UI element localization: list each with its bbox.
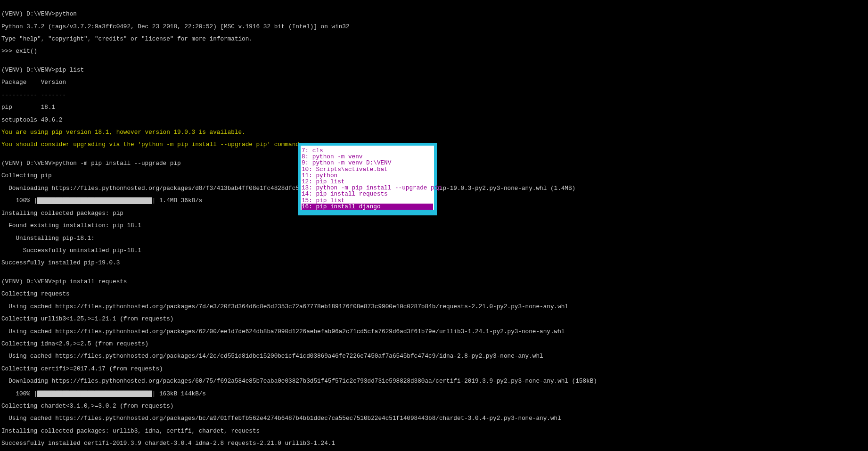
output-line: (VENV) D:\VENV>pip list (1, 67, 868, 73)
output-line: Python 3.7.2 (tags/v3.7.2:9a3ffc0492, De… (1, 24, 868, 30)
progress-bar: ████████████████████████████████ (37, 391, 152, 397)
output-line: Collecting urllib3<1.25,>=1.21.1 (from r… (1, 316, 868, 322)
terminal-output[interactable]: (VENV) D:\VENV>python Python 3.7.2 (tags… (0, 0, 868, 451)
output-line: Collecting certifi>=2017.4.17 (from requ… (1, 366, 868, 372)
output-line: Successfully installed certifi-2019.3.9 … (1, 440, 868, 446)
output-line: Successfully installed pip-19.0.3 (1, 260, 868, 266)
progress-bar: ████████████████████████████████ (37, 197, 152, 204)
output-line: Collecting requests (1, 291, 868, 297)
output-line: Installing collected packages: urllib3, … (1, 428, 868, 434)
output-line: Uninstalling pip-18.1: (1, 235, 868, 241)
warning-line: You are using pip version 18.1, however … (1, 129, 868, 135)
output-line: Collecting idna<2.9,>=2.5 (from requests… (1, 341, 868, 347)
command-history-popup[interactable]: 7: cls 8: python -m venv 9: python -m ve… (298, 143, 437, 215)
output-line: Using cached https://files.pythonhosted.… (1, 328, 868, 335)
history-item-selected[interactable]: 16: pip install django (302, 204, 433, 210)
history-item[interactable]: 14: pip install requests (302, 191, 433, 197)
output-line: (VENV) D:\VENV>python (1, 11, 868, 17)
output-line: Found existing installation: pip 18.1 (1, 222, 868, 229)
progress-line: 100% |████████████████████████████████| … (1, 391, 868, 397)
history-item[interactable]: 10: Scripts\activate.bat (302, 166, 433, 172)
output-line: Package Version (1, 79, 868, 85)
output-line: Using cached https://files.pythonhosted.… (1, 415, 868, 421)
output-line: ---------- ------- (1, 92, 868, 98)
history-item[interactable]: 9: python -m venv D:\VENV (302, 160, 433, 166)
output-line: Using cached https://files.pythonhosted.… (1, 353, 868, 359)
output-line: Collecting chardet<3.1.0,>=3.0.2 (from r… (1, 403, 868, 409)
output-line: >>> exit() (1, 48, 868, 54)
output-line: setuptools 40.6.2 (1, 117, 868, 123)
output-line: Using cached https://files.pythonhosted.… (1, 303, 868, 310)
history-item[interactable]: 15: pip list (302, 197, 433, 204)
output-line: Successfully uninstalled pip-18.1 (1, 247, 868, 254)
output-line: Downloading https://files.pythonhosted.o… (1, 378, 868, 384)
output-line: (VENV) D:\VENV>pip install requests (1, 279, 868, 285)
output-line: pip 18.1 (1, 104, 868, 110)
output-line: Type "help", "copyright", "credits" or "… (1, 36, 868, 42)
